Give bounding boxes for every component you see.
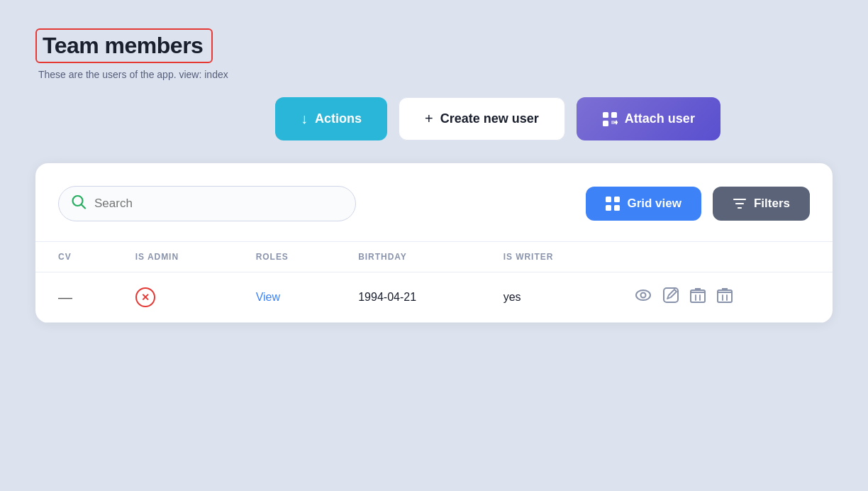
filters-icon — [733, 197, 747, 211]
cell-birthday: 1994-04-21 — [344, 272, 489, 323]
actions-button[interactable]: ↓ Actions — [275, 97, 387, 140]
action-buttons-row: ↓ Actions + Create new user Attach user — [163, 97, 833, 140]
toolbar-right: Grid view Filters — [586, 187, 810, 221]
cell-is-writer: yes — [489, 272, 621, 323]
users-table: CV IS ADMIN ROLES BIRTHDAY IS WRITER — — [35, 241, 833, 323]
svg-rect-9 — [614, 197, 620, 202]
delete-icon-2[interactable] — [717, 287, 733, 308]
view-icon[interactable] — [635, 288, 652, 307]
cell-roles: View — [242, 272, 345, 323]
attach-user-button[interactable]: Attach user — [577, 97, 720, 140]
cell-is-admin: ✕ — [121, 272, 242, 323]
toolbar: Grid view Filters — [58, 186, 810, 221]
filters-label: Filters — [754, 197, 790, 211]
svg-rect-8 — [606, 197, 611, 202]
birthday-value: 1994-04-21 — [358, 291, 416, 303]
row-action-icons — [635, 287, 818, 308]
actions-label: Actions — [315, 111, 362, 126]
create-icon: + — [425, 111, 433, 127]
edit-icon[interactable] — [663, 287, 679, 307]
svg-rect-2 — [603, 121, 608, 126]
grid-view-button[interactable]: Grid view — [586, 187, 701, 221]
table-container: CV IS ADMIN ROLES BIRTHDAY IS WRITER — — [35, 241, 833, 323]
delete-icon[interactable] — [690, 287, 706, 308]
create-label: Create new user — [440, 111, 539, 126]
roles-view-link[interactable]: View — [256, 291, 280, 303]
cell-row-actions — [621, 272, 833, 323]
col-header-roles: ROLES — [242, 242, 345, 272]
page-header: Team members These are the users of the … — [35, 28, 833, 80]
page-title: Team members — [43, 33, 203, 59]
svg-rect-11 — [614, 205, 620, 211]
actions-icon: ↓ — [301, 111, 308, 127]
svg-rect-1 — [611, 112, 617, 118]
col-header-is-admin: IS ADMIN — [121, 242, 242, 272]
svg-point-13 — [641, 293, 646, 298]
grid-view-label: Grid view — [627, 197, 681, 211]
attach-label: Attach user — [625, 111, 695, 126]
grid-view-icon — [606, 197, 620, 211]
page-title-box: Team members — [35, 28, 213, 63]
search-input[interactable] — [58, 186, 356, 221]
main-card: Grid view Filters CV IS A — [35, 163, 833, 323]
is-writer-value: yes — [503, 291, 521, 303]
cell-cv: — — [35, 272, 121, 323]
svg-point-12 — [636, 290, 650, 300]
svg-rect-10 — [606, 205, 611, 211]
create-new-user-button[interactable]: + Create new user — [399, 97, 565, 140]
table-row: — ✕ View 1994-04-21 — [35, 272, 833, 323]
attach-icon — [602, 111, 618, 127]
col-header-birthday: BIRTHDAY — [344, 242, 489, 272]
is-admin-x-icon: ✕ — [135, 287, 155, 307]
search-wrapper — [58, 186, 356, 221]
page-subtitle: These are the users of the app. view: in… — [38, 69, 833, 80]
cv-dash: — — [58, 289, 72, 305]
col-header-actions — [621, 242, 833, 272]
table-header-row: CV IS ADMIN ROLES BIRTHDAY IS WRITER — [35, 242, 833, 272]
col-header-is-writer: IS WRITER — [489, 242, 621, 272]
col-header-cv: CV — [35, 242, 121, 272]
svg-rect-0 — [603, 112, 608, 118]
filters-button[interactable]: Filters — [713, 187, 810, 221]
